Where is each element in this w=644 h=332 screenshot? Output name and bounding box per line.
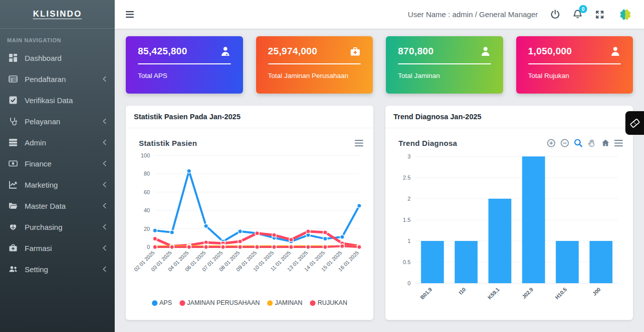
registration-table-icon [8,74,18,84]
sidebar-item-label: Pendaftaran [25,75,66,84]
svg-text:20: 20 [144,226,150,232]
doctor-icon [220,46,231,57]
sidebar-item-admin[interactable]: Admin [0,132,115,153]
stat-label: Total Jaminan [398,72,491,79]
sidebar-item-finance[interactable]: Finance [0,153,115,174]
app-root: KLISINDO MAIN NAVIGATION Dashboard Penda… [0,0,644,332]
chevron-left-icon [103,139,107,145]
sidebar-section-label: MAIN NAVIGATION [0,29,115,47]
svg-text:2: 2 [408,196,411,202]
chevron-left-icon [103,266,107,272]
sidebar-item-label: Dashboard [25,54,61,62]
sidebar-item-pendaftaran[interactable]: Pendaftaran [0,68,115,90]
sidebar-item-label: Marketing [25,181,58,189]
check-square-icon [8,96,18,105]
stat-card-total-jaminan: 870,800 Total Jaminan [386,36,503,94]
user-icon [480,46,491,57]
brand-link[interactable]: KLISINDO [33,9,82,19]
statistik-pasien-line-chart: 02040608010002 01 202503 01 202504 01 20… [133,148,365,299]
chevron-left-icon [103,203,107,209]
brand: KLISINDO [0,0,115,29]
panel-title: Statistik Pasien Pada Jan-2025 [126,106,373,128]
svg-text:1: 1 [408,238,411,244]
server-icon [8,138,18,147]
legend-item[interactable]: APS [152,299,172,306]
svg-text:J02.9: J02.9 [521,286,534,300]
sidebar-item-label: Admin [25,138,46,147]
sidebar-item-dashboard[interactable]: Dashboard [0,47,115,68]
legend-label: JAMINAN PERUSAHAAN [187,299,260,306]
charts-row: Statistik Pasien Pada Jan-2025 Statistik… [126,106,633,320]
logout-power-icon[interactable] [550,9,560,20]
sidebar-item-setting[interactable]: Setting [0,259,115,280]
chart-title: Statistik Pasien [139,139,197,147]
sidebar-item-purchasing[interactable]: Purchasing [0,216,115,237]
sidebar-toggle-button[interactable] [126,11,135,18]
chevron-left-icon [103,224,107,230]
svg-text:60: 60 [144,189,150,195]
sidebar-item-farmasi[interactable]: Farmasi [0,237,115,259]
zoom-in-icon[interactable] [546,138,556,148]
sidebar-item-verifikasi-data[interactable]: Verifikasi Data [0,90,115,111]
legend-marker [180,300,185,306]
svg-text:K59.1: K59.1 [487,286,501,300]
sidebar-item-marketing[interactable]: Marketing [0,174,115,195]
trend-diagnosa-bar-chart: 00.511.522.53B01.9I10K59.1J02.9H10.5J00 [392,148,625,314]
clover-logo-icon [617,6,634,23]
heart-box-icon [8,222,18,231]
legend-item[interactable]: JAMINAN PERUSAHAAN [180,299,260,306]
svg-text:100: 100 [141,152,150,158]
notification-count-badge: 0 [579,5,587,13]
legend-marker [152,300,157,306]
sidebar-item-label: Purchasing [25,223,62,231]
chevron-left-icon [103,76,107,82]
stat-value: 870,800 [398,46,434,57]
svg-text:0.5: 0.5 [403,259,411,265]
main-area: User Name : admin / General Manager 0 [115,0,644,332]
selection-zoom-icon[interactable] [574,138,583,148]
divider [268,63,361,64]
stat-value: 85,425,800 [138,46,187,57]
user-icon [610,46,621,57]
svg-text:I10: I10 [457,286,467,296]
chart-menu-icon[interactable] [355,140,363,146]
fullscreen-expand-icon[interactable] [595,10,605,20]
notifications-bell-icon[interactable]: 0 [573,9,583,20]
stat-label: Total Rujukan [528,72,621,79]
divider [138,63,231,64]
chart-legend: APSJAMINAN PERUSAHAANJAMINANRUJUKAN [133,299,366,306]
pan-hand-icon[interactable] [587,138,597,148]
topbar: User Name : admin / General Manager 0 [115,0,644,29]
divider [528,63,621,64]
ticket-floating-button[interactable] [625,111,644,135]
medkit-icon [350,46,361,57]
stat-label: Total Jaminan Perusahaan [268,72,361,79]
legend-item[interactable]: JAMINAN [267,299,302,306]
dashboard-content: 85,425,800 Total APS 25,974,000 [115,29,644,332]
chart-line-icon [8,180,18,189]
legend-marker [310,300,315,306]
svg-text:3: 3 [408,153,411,159]
svg-text:J00: J00 [591,286,602,297]
stat-cards-row: 85,425,800 Total APS 25,974,000 [126,36,633,94]
legend-label: APS [159,299,172,306]
legend-label: JAMINAN [275,299,302,306]
chevron-left-icon [103,182,107,188]
legend-label: RUJUKAN [317,299,347,306]
zoom-out-icon[interactable] [560,138,570,148]
sidebar-item-label: Pelayanan [25,117,60,126]
sidebar-item-label: Farmasi [25,244,52,253]
legend-item[interactable]: RUJUKAN [310,299,347,306]
statistik-pasien-panel: Statistik Pasien Pada Jan-2025 Statistik… [126,106,373,320]
stat-card-total-rujukan: 1,050,000 Total Rujukan [516,36,633,94]
chevron-left-icon [103,160,107,167]
ticket-icon [629,118,640,129]
sidebar-item-label: Master Data [25,202,66,210]
trend-diagnosa-panel: Trend Diagnosa Jan-2025 Trend Diagnosa [385,106,633,320]
home-reset-icon[interactable] [601,138,610,148]
chart-menu-icon[interactable] [614,140,623,146]
sidebar-item-label: Finance [25,159,51,168]
sidebar-item-master-data[interactable]: Master Data [0,195,115,216]
sidebar-item-pelayanan[interactable]: Pelayanan [0,111,115,132]
stethoscope-icon [8,117,18,126]
